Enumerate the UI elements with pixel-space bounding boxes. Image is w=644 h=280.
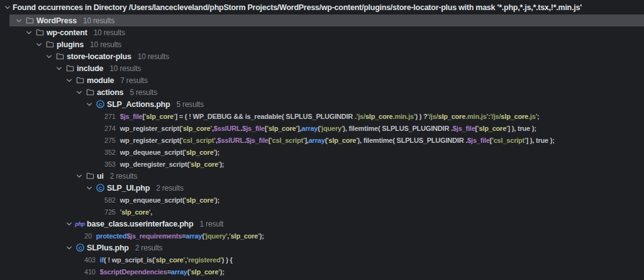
tree-row-file-SLPlus.php[interactable]: CSLPlus.php2 results — [0, 242, 644, 254]
match-token: slp_core — [438, 113, 465, 120]
results-count: 10 results — [90, 40, 121, 49]
results-count: 1 result — [200, 220, 224, 228]
tree-row-dir-plugins[interactable]: plugins10 results — [0, 38, 644, 50]
code-token: , — [150, 208, 152, 216]
tree-row-dir-wp-content[interactable]: wp-content10 results — [0, 26, 644, 38]
directory-name: WordPress — [36, 16, 77, 25]
code-token: ), filemtime( SLPLUS_PLUGINDIR . — [343, 125, 453, 132]
code-token: 'csl_script' — [270, 137, 304, 144]
folder-icon — [45, 40, 55, 50]
chevron-down-icon[interactable] — [14, 16, 24, 26]
code-token: wp_deregister_script( — [120, 160, 189, 168]
folder-icon — [35, 28, 45, 38]
code-token: wp_dequeue_script( — [120, 148, 185, 156]
code-result-row[interactable]: 352wp_dequeue_script( 'slp_core' ); — [0, 146, 644, 158]
line-number: 725 — [104, 208, 116, 216]
code-result-row[interactable]: 353wp_deregister_script( 'slp_core' ); — [0, 158, 644, 170]
chevron-down-icon[interactable] — [54, 64, 64, 74]
chevron-down-icon[interactable] — [64, 76, 74, 86]
directory-name: ui — [97, 172, 104, 181]
tree-row-dir-store-locator-plus[interactable]: store-locator-plus10 results — [0, 50, 644, 62]
tree-row-dir-WordPress[interactable]: WordPress10 results — [0, 14, 644, 26]
chevron-down-icon[interactable] — [34, 40, 44, 50]
code-token: ] = ( ! WP_DEBUG && is_readable( SLPLUS_… — [175, 113, 356, 120]
line-number: 20 — [84, 232, 92, 240]
php-file-icon: php — [75, 219, 85, 229]
directory-name: store-locator-plus — [67, 52, 131, 61]
code-token: protected — [96, 232, 126, 240]
folder-icon — [85, 171, 95, 181]
code-token: ] ), true ); — [508, 125, 536, 132]
php-class-icon: C — [75, 243, 85, 253]
tree-row-dir-actions[interactable]: actions5 results — [0, 86, 644, 98]
svg-text:C: C — [98, 186, 102, 191]
php-class-icon: C — [95, 99, 105, 109]
code-token: wp_register_script( — [120, 137, 182, 144]
svg-text:C: C — [98, 102, 102, 108]
tree-row-dir-include[interactable]: include10 results — [0, 62, 644, 74]
match-token: slp_core — [146, 113, 174, 120]
code-token: ( ! wp_script_is( — [104, 256, 154, 264]
directory-name: actions — [97, 88, 123, 97]
svg-text:C: C — [78, 245, 82, 251]
header-row[interactable]: Found occurrences in Directory /Users/la… — [0, 0, 644, 14]
directory-name: module — [87, 76, 114, 85]
match-token: slp_core — [121, 208, 149, 216]
directory-name: include — [77, 64, 103, 73]
code-result-row[interactable]: 271$js_file['slp_core'] = ( ! WP_DEBUG &… — [0, 110, 644, 122]
code-result-row[interactable]: 275wp_register_script( 'csl_script', $ss… — [0, 134, 644, 146]
chevron-down-icon[interactable] — [3, 3, 13, 13]
tree-row-file-SLP_Actions.php[interactable]: CSLP_Actions.php5 results — [0, 98, 644, 110]
code-token: $js_file — [467, 137, 490, 144]
code-result-row[interactable]: 582wp_enqueue_script( 'slp_core' ); — [0, 194, 644, 206]
code-token: .min.js' — [393, 113, 416, 120]
chevron-down-icon[interactable] — [44, 52, 54, 62]
tree-row-file-SLP_UI.php[interactable]: CSLP_UI.php2 results — [0, 182, 644, 194]
match-token: slp_core — [479, 125, 506, 132]
code-result-row[interactable]: 274wp_register_script( 'slp_core', $sslU… — [0, 122, 644, 134]
chevron-down-icon[interactable] — [74, 171, 84, 181]
line-number: 403 — [84, 256, 96, 264]
folder-icon — [65, 64, 75, 74]
results-count: 5 results — [130, 88, 157, 97]
chevron-down-icon[interactable] — [84, 99, 94, 109]
code-result-row[interactable]: 403if ( ! wp_script_is( 'slp_core', 'reg… — [0, 254, 644, 266]
code-result-row[interactable]: 410$scriptDependencies = array( 'slp_cor… — [0, 266, 644, 277]
chevron-down-icon[interactable] — [24, 28, 34, 38]
match-token: slp_core — [365, 113, 393, 120]
code-token: array — [309, 137, 325, 144]
code-token: $js_file — [453, 125, 475, 132]
line-number: 410 — [84, 268, 96, 276]
code-token: 'csl_script' — [181, 137, 215, 144]
code-token: wp_register_script( — [120, 125, 182, 132]
code-token: $sslURL — [214, 125, 241, 132]
match-token: slp_core — [156, 256, 184, 264]
code-token: ) ) ? — [415, 113, 427, 120]
code-token: $js_file — [242, 125, 265, 132]
code-token: '/js/ — [490, 113, 501, 120]
results-count: 2 results — [110, 172, 138, 181]
match-token: slp_core — [231, 232, 258, 240]
match-token: slp_core — [186, 196, 214, 204]
chevron-down-icon[interactable] — [64, 243, 74, 253]
code-token: $js_requirements — [126, 232, 182, 240]
line-number: 271 — [104, 113, 116, 120]
code-token: 'registered' — [187, 256, 222, 264]
code-result-row[interactable]: 725'slp_core', — [0, 206, 644, 218]
results-count: 10 results — [109, 64, 141, 73]
chevron-down-icon[interactable] — [64, 219, 74, 229]
folder-icon — [75, 76, 85, 86]
tree-row-dir-ui[interactable]: ui2 results — [0, 170, 644, 182]
chevron-down-icon[interactable] — [74, 87, 84, 98]
results-count: 2 results — [135, 244, 163, 252]
chevron-down-icon[interactable] — [84, 183, 94, 193]
tree-row-dir-module[interactable]: module7 results — [0, 74, 644, 86]
code-token: $js_file — [246, 137, 269, 144]
code-token: 'js/ — [357, 113, 365, 120]
code-token: array — [186, 232, 202, 240]
file-name: base_class.userinterface.php — [87, 220, 194, 228]
code-token: ), filemtime( SLPLUS_PLUGINDIR . — [358, 137, 468, 144]
tree-row-file-base_class.userinterface.php[interactable]: phpbase_class.userinterface.php1 result — [0, 218, 644, 230]
code-result-row[interactable]: 20protected $js_requirements = array( 'j… — [0, 230, 644, 242]
match-token: slp_core — [191, 160, 218, 168]
